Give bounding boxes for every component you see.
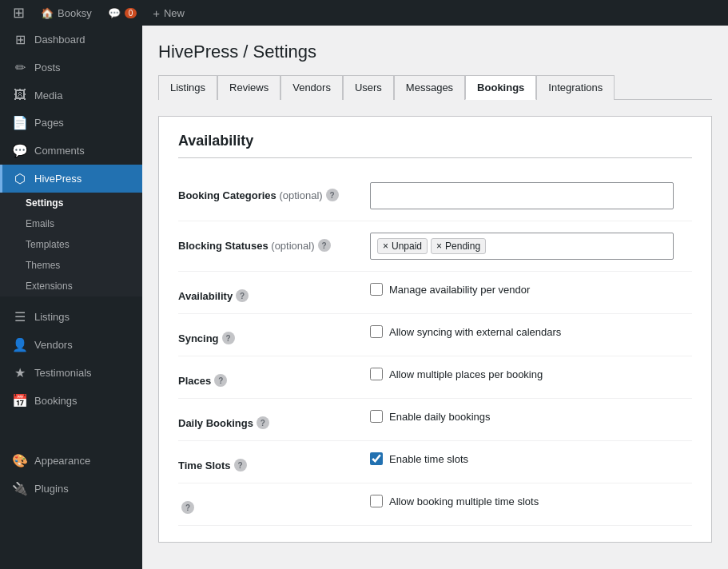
site-name: Booksy bbox=[58, 7, 92, 19]
daily-bookings-label: Daily Bookings bbox=[178, 417, 253, 429]
table-row: Daily Bookings ? Enable daily bookings bbox=[178, 399, 692, 441]
tab-integrations[interactable]: Integrations bbox=[536, 75, 615, 100]
daily-bookings-checkbox-label[interactable]: Enable daily bookings bbox=[370, 410, 692, 423]
posts-icon: ✏ bbox=[12, 60, 28, 75]
sidebar-item-testimonials[interactable]: ★ Testimonials bbox=[0, 359, 142, 387]
home-icon: 🏠 bbox=[41, 7, 54, 19]
tag-unpaid-remove: × bbox=[383, 241, 388, 252]
sidebar-item-posts[interactable]: ✏ Posts bbox=[0, 54, 142, 82]
sidebar-item-label: Posts bbox=[34, 62, 61, 74]
availability-checkbox-label[interactable]: Manage availability per vendor bbox=[370, 283, 692, 296]
daily-bookings-help-icon[interactable]: ? bbox=[257, 416, 269, 429]
sidebar-item-plugins[interactable]: 🔌 Plugins bbox=[0, 475, 142, 503]
table-row: Blocking Statuses (optional) ? × Unpaid bbox=[178, 221, 692, 272]
submenu-item-templates[interactable]: Templates bbox=[0, 234, 142, 255]
sidebar-item-label: Dashboard bbox=[34, 34, 86, 46]
availability-checkbox-text: Manage availability per vendor bbox=[389, 284, 530, 296]
time-slots-label: Time Slots bbox=[178, 460, 231, 472]
time-slots-checkbox-text: Enable time slots bbox=[389, 453, 468, 465]
multiple-time-slots-help-icon[interactable]: ? bbox=[181, 501, 194, 514]
site-name-button[interactable]: 🏠 Booksy bbox=[34, 0, 98, 26]
sidebar-item-label: Testimonials bbox=[34, 367, 92, 379]
tab-listings[interactable]: Listings bbox=[158, 75, 217, 100]
booking-categories-label: Booking Categories bbox=[178, 189, 276, 201]
syncing-checkbox[interactable] bbox=[370, 325, 383, 338]
submenu-item-themes[interactable]: Themes bbox=[0, 255, 142, 276]
multiple-time-slots-checkbox-label[interactable]: Allow booking multiple time slots bbox=[370, 495, 692, 507]
plus-icon: + bbox=[153, 6, 160, 20]
syncing-checkbox-label[interactable]: Allow syncing with external calendars bbox=[370, 325, 692, 338]
sidebar-item-label: Vendors bbox=[34, 339, 73, 351]
places-checkbox-label[interactable]: Allow multiple places per booking bbox=[370, 368, 692, 380]
tab-vendors[interactable]: Vendors bbox=[280, 75, 343, 100]
blocking-statuses-help-icon[interactable]: ? bbox=[318, 239, 331, 252]
wp-logo-icon: ⊞ bbox=[13, 4, 25, 22]
section-title: Availability bbox=[178, 133, 692, 158]
comments-icon: 💬 bbox=[108, 7, 121, 19]
blocking-statuses-label: Blocking Statuses bbox=[178, 240, 269, 252]
admin-bar: ⊞ 🏠 Booksy 💬 0 + New bbox=[0, 0, 728, 26]
time-slots-help-icon[interactable]: ? bbox=[234, 459, 247, 472]
multiple-time-slots-checkbox[interactable] bbox=[370, 495, 383, 507]
dashboard-icon: ⊞ bbox=[12, 32, 28, 47]
sidebar-item-label: Comments bbox=[34, 145, 85, 157]
tag-pending-remove: × bbox=[436, 241, 442, 252]
sidebar-item-comments[interactable]: 💬 Comments bbox=[0, 137, 142, 165]
wp-logo-button[interactable]: ⊞ bbox=[6, 0, 31, 26]
comments-count: 0 bbox=[125, 8, 137, 18]
media-icon: 🖼 bbox=[12, 88, 28, 102]
comments-sidebar-icon: 💬 bbox=[12, 143, 28, 158]
sidebar-item-media[interactable]: 🖼 Media bbox=[0, 82, 142, 109]
sidebar-item-label: Listings bbox=[34, 311, 70, 323]
tab-messages[interactable]: Messages bbox=[394, 75, 465, 100]
plugins-icon: 🔌 bbox=[12, 481, 28, 496]
availability-help-icon[interactable]: ? bbox=[236, 289, 249, 302]
table-row: ? Allow booking multiple time slots bbox=[178, 483, 692, 526]
sidebar-item-label: Bookings bbox=[34, 395, 77, 407]
tag-unpaid-label: Unpaid bbox=[392, 241, 422, 252]
table-row: Places ? Allow multiple places per booki… bbox=[178, 356, 692, 399]
sidebar-item-appearance[interactable]: 🎨 Appearance bbox=[0, 447, 142, 475]
time-slots-checkbox[interactable] bbox=[370, 452, 383, 465]
page-title: HivePress / Settings bbox=[158, 42, 712, 62]
syncing-help-icon[interactable]: ? bbox=[222, 332, 235, 344]
new-button[interactable]: + New bbox=[146, 0, 191, 26]
places-label: Places bbox=[178, 375, 211, 387]
sidebar-item-hivepress[interactable]: ⬡ HivePress bbox=[0, 165, 142, 193]
appearance-icon: 🎨 bbox=[12, 453, 28, 468]
settings-panel: Availability Booking Categories (optiona… bbox=[158, 116, 712, 543]
tab-reviews[interactable]: Reviews bbox=[217, 75, 280, 100]
hivepress-submenu: Settings Emails Templates Themes Extensi… bbox=[0, 193, 142, 296]
submenu-item-extensions[interactable]: Extensions bbox=[0, 276, 142, 296]
sidebar-item-bookings[interactable]: 📅 Bookings bbox=[0, 387, 142, 415]
tag-pending-label: Pending bbox=[445, 241, 480, 252]
sidebar-item-pages[interactable]: 📄 Pages bbox=[0, 109, 142, 137]
submenu-item-emails[interactable]: Emails bbox=[0, 213, 142, 234]
availability-checkbox[interactable] bbox=[370, 283, 383, 296]
sidebar-item-dashboard[interactable]: ⊞ Dashboard bbox=[0, 26, 142, 54]
booking-categories-help-icon[interactable]: ? bbox=[326, 189, 339, 201]
table-row: Availability ? Manage availability per v… bbox=[178, 272, 692, 314]
sidebar-item-label: Pages bbox=[34, 117, 64, 129]
syncing-label: Syncing bbox=[178, 332, 219, 344]
booking-categories-input[interactable] bbox=[370, 182, 674, 209]
sidebar-item-vendors[interactable]: 👤 Vendors bbox=[0, 331, 142, 359]
places-checkbox[interactable] bbox=[370, 368, 383, 380]
time-slots-checkbox-label[interactable]: Enable time slots bbox=[370, 452, 692, 465]
hivepress-icon: ⬡ bbox=[12, 171, 28, 186]
sidebar-item-listings[interactable]: ☰ Listings bbox=[0, 303, 142, 331]
testimonials-icon: ★ bbox=[12, 365, 28, 380]
new-label: New bbox=[164, 7, 185, 19]
syncing-checkbox-text: Allow syncing with external calendars bbox=[389, 326, 561, 338]
tag-unpaid: × Unpaid bbox=[377, 238, 428, 254]
listings-icon: ☰ bbox=[12, 309, 28, 324]
comments-button[interactable]: 💬 0 bbox=[101, 0, 144, 26]
daily-bookings-checkbox[interactable] bbox=[370, 410, 383, 423]
places-help-icon[interactable]: ? bbox=[214, 374, 227, 387]
tab-users[interactable]: Users bbox=[343, 75, 394, 100]
tab-bookings[interactable]: Bookings bbox=[465, 75, 536, 100]
daily-bookings-checkbox-text: Enable daily bookings bbox=[389, 411, 490, 423]
submenu-item-settings[interactable]: Settings bbox=[0, 193, 142, 213]
blocking-statuses-input[interactable]: × Unpaid × Pending bbox=[370, 233, 674, 260]
tab-navigation: Listings Reviews Vendors Users Messages … bbox=[158, 75, 712, 100]
